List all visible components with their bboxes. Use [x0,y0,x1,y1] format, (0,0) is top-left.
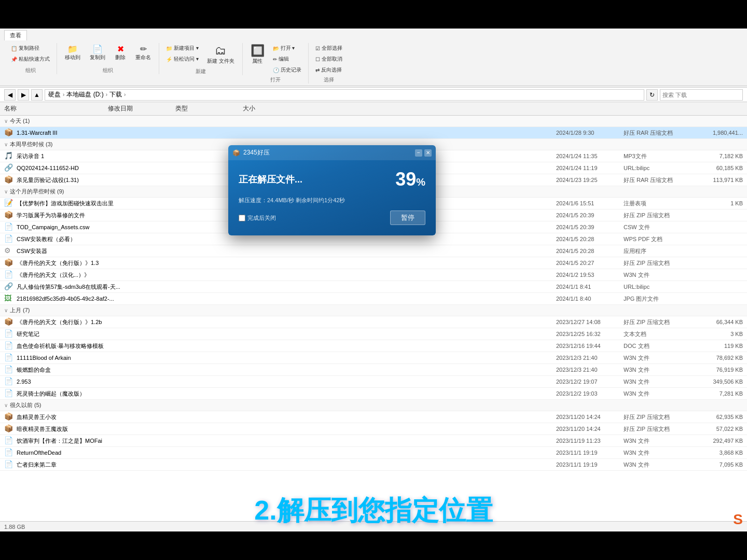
group-today: ∨ 今天 (1) [0,116,747,127]
file-size: 66,344 KB [691,319,743,325]
file-row[interactable]: 📄 ReturnOftheDead 2023/11/1 19:19 W3N 文件… [0,447,747,459]
delete-icon: ✖ [117,45,124,53]
breadcrumb[interactable]: 硬盘 › 本地磁盘 (D:) › 下载 › [45,89,644,101]
file-size: 60,185 KB [691,165,743,171]
new-item-icon: 📁 [166,46,172,51]
history-label: 历史记录 [281,66,301,74]
search-input[interactable] [660,89,743,101]
pin-quick-button[interactable]: 📌 粘贴快速方式 [8,54,52,64]
copy-path-label: 复制路径 [19,45,39,52]
dialog-close-button[interactable]: ✕ [424,149,432,157]
file-row[interactable]: 📄 银燃黯的命盒 2023/12/3 21:40 W3N 文件 76,919 K… [0,364,747,376]
tab-view[interactable]: 查看 [4,30,27,40]
file-date: 2023/11/1 19:19 [556,450,624,456]
file-icon-w3n2: 📄 [4,353,13,362]
up-button[interactable]: ▲ [31,89,43,101]
file-size: 3,868 KB [691,450,743,456]
dialog-titlebar: 📦 2345好压 − ✕ [228,145,436,160]
delete-button[interactable]: ✖ 删除 [111,43,130,63]
dialog-bottom-row: 完成后关闭 暂停 [239,211,425,225]
new-item-button[interactable]: 📁 新建项目 ▾ [163,43,201,53]
select-all-button[interactable]: ☑ 全部选择 [313,43,345,53]
file-size: 349,506 KB [691,379,743,385]
breadcrumb-folder[interactable]: 下载 [109,90,122,99]
file-type: CSW 文件 [624,223,691,231]
invert-button[interactable]: ⇄ 反向选择 [313,65,345,75]
move-to-button[interactable]: 📁 移动到 [61,43,84,63]
file-date: 2024/1/1 8:40 [556,296,624,302]
file-row[interactable]: 📄 亡者归来第二章 2023/11/1 19:19 W3N 文件 7,095 K… [0,459,747,471]
file-row[interactable]: 📦 暗夜精灵兽王魔改版 2023/11/20 14:24 好压 ZIP 压缩文档… [0,423,747,435]
speed-text: 解压速度：24.4MB/秒 剩余时间约1分42秒 [239,197,425,204]
complete-close-checkbox[interactable] [239,215,245,221]
col-name-header[interactable]: 名称 [4,104,108,113]
file-row[interactable]: 📦 血精灵兽王小攻 2023/11/20 14:24 好压 ZIP 压缩文档 6… [0,411,747,423]
file-name: 亡者归来第二章 [17,461,556,469]
dialog-minimize-button[interactable]: − [415,149,422,157]
file-icon-w3n6: 📄 [4,436,13,445]
pause-button[interactable]: 暂停 [390,211,425,225]
dialog-controls: − ✕ [415,149,432,157]
address-bar: ◀ ▶ ▲ 硬盘 › 本地磁盘 (D:) › 下载 › ↻ [0,88,747,102]
file-row[interactable]: 📄 血色使命祈机版·暴与移攻略修模板 2023/12/16 19:44 DOC … [0,340,747,352]
properties-button[interactable]: 🔲 属性 [247,43,268,67]
copy-path-button[interactable]: 📋 复制路径 [8,43,52,53]
file-row[interactable]: 📄 死灵骑士的崛起（魔改版） 2023/12/2 19:03 W3N 文件 7,… [0,388,747,400]
col-size-header[interactable]: 大小 [243,104,295,113]
dialog-title-text: 2345好压 [243,148,270,157]
rename-icon: ✏ [140,45,147,53]
file-icon-w3n4: 📄 [4,377,13,386]
file-row[interactable]: 📦 《唐丹伦的天文（免行版）》1.3 2024/1/5 20:27 好压 ZIP… [0,257,747,269]
file-icon-zip3: 📦 [4,412,13,422]
edit-button[interactable]: ✏ 编辑 [270,54,304,64]
refresh-button[interactable]: ↻ [646,89,658,101]
rename-button[interactable]: ✏ 重命名 [132,43,155,63]
new-folder-button[interactable]: 🗂 新建 文件夹 [203,43,238,67]
file-name: ReturnOftheDead [17,450,556,456]
file-row[interactable]: 📄 《唐丹伦的天文（汉化...）》 2024/1/2 19:53 W3N 文件 [0,269,747,281]
file-name: 银燃黯的命盒 [17,366,556,374]
ribbon-btns-organize1: 📋 复制路径 📌 粘贴快速方式 [8,43,52,66]
watermark: S [733,511,743,528]
long-ago-toggle[interactable]: ∨ [4,402,8,408]
ribbon-toolbar: 📋 复制路径 📌 粘贴快速方式 组织 📁 移 [0,41,747,86]
file-type: 应用程序 [624,247,691,255]
file-date: 2024/1/2 19:53 [556,272,624,278]
top-black-bar [0,0,747,29]
file-row[interactable]: 📦 1.31-Warcraft III 2024/1/28 9:30 好压 RA… [0,127,747,139]
back-button[interactable]: ◀ [4,89,16,101]
file-icon-url: 🔗 [4,163,13,173]
dialog-main-row: 正在解压文件... 39 % [239,169,425,190]
file-icon-w3n5: 📄 [4,389,13,398]
this-week-toggle[interactable]: ∨ [4,142,8,147]
last-month-toggle[interactable]: ∨ [4,307,8,313]
file-icon-w3n8: 📄 [4,460,13,469]
group-long-ago: ∨ 很久以前 (5) [0,400,747,411]
history-button[interactable]: 🕐 历史记录 [270,65,304,75]
open-button[interactable]: 📂 打开 ▾ [270,43,304,53]
copy-to-button[interactable]: 📄 复制到 [86,43,109,63]
deselect-all-button[interactable]: ☐ 全部取消 [313,54,345,64]
file-date: 2024/1/23 19:25 [556,177,624,183]
breadcrumb-drive[interactable]: 本地磁盘 (D:) [66,90,103,99]
new-folder-label: 新建 文件夹 [207,58,234,65]
file-row[interactable]: 📄 11111Blood of Arkain 2023/12/3 21:40 W… [0,352,747,364]
col-type-header[interactable]: 类型 [175,104,243,113]
file-row[interactable]: 🔗 凡人修仙传第57集-sdm3u8在线观看-天... 2024/1/1 8:4… [0,281,747,293]
file-row[interactable]: 📦 《唐丹伦的天文（免行版）》1.2b 2023/12/27 14:08 好压 … [0,316,747,328]
col-date-header[interactable]: 修改日期 [108,104,175,113]
file-icon-csw: 📄 [4,222,13,232]
this-month-toggle[interactable]: ∨ [4,189,8,194]
file-row[interactable]: 🖼 21816982df5c35d9-4b05-49c2-8af2-... 20… [0,293,747,305]
easy-access-button[interactable]: ⚡ 轻松访问 ▾ [163,54,201,64]
forward-button[interactable]: ▶ [18,89,29,101]
bottom-annotation-text: 2.解压到您指定位置 [254,493,492,529]
file-row[interactable]: 📄 2.953 2023/12/2 19:07 W3N 文件 349,506 K… [0,376,747,388]
breadcrumb-disk[interactable]: 硬盘 [48,90,61,99]
file-row[interactable]: ⚙ CSW安装器 2024/1/5 20:28 应用程序 [0,245,747,257]
file-row[interactable]: 📄 研究笔记 2023/12/25 16:32 文本文档 3 KB [0,328,747,340]
file-row[interactable]: 📄 饮酒审判【作者：江之是】MOFai 2023/11/19 11:23 W3N… [0,435,747,447]
file-date: 2023/11/20 14:24 [556,426,624,432]
today-toggle[interactable]: ∨ [4,118,8,124]
move-icon: 📁 [67,45,78,53]
